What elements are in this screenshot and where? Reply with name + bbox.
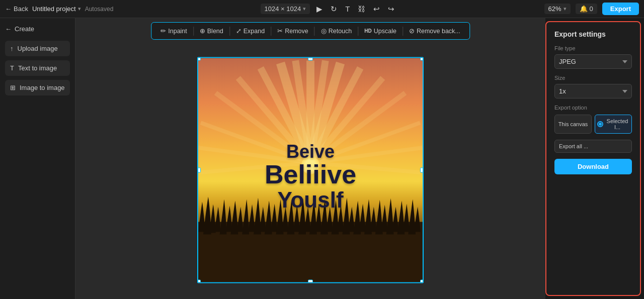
- eraser-icon: ⊘: [409, 27, 415, 35]
- main-area: ← Create ↑ Upload image T Text to image …: [0, 18, 644, 299]
- remove-background-button[interactable]: ⊘ Remove back...: [405, 25, 464, 37]
- inpaint-label: Inpaint: [168, 28, 187, 35]
- selected-layer-button[interactable]: Selected I...: [595, 115, 632, 134]
- upload-icon: ↑: [10, 45, 14, 52]
- topbar-center: 1024 × 1024 ▾ ▶ ↻ T ⛓ ↩ ↪: [261, 3, 397, 15]
- back-button[interactable]: ← Back: [5, 5, 28, 13]
- retouch-button[interactable]: ◎ Retouch: [317, 25, 356, 37]
- sidebar-item-upload[interactable]: ↑ Upload image: [5, 41, 70, 56]
- handle-bottom-left[interactable]: [197, 279, 201, 283]
- play-button[interactable]: ▶: [314, 3, 325, 15]
- blend-button[interactable]: ⊕ Blend: [196, 25, 227, 37]
- canvas-area: ✏ Inpaint ⊕ Blend ⤢ Expand ✂ Remove ◎ Re…: [75, 18, 545, 299]
- expand-button[interactable]: ⤢ Expand: [232, 25, 269, 37]
- this-canvas-button[interactable]: This canvas: [554, 115, 592, 134]
- size-select[interactable]: 1x 2x 4x: [554, 84, 632, 98]
- notification-count: 0: [590, 5, 593, 13]
- divider-4: [314, 27, 315, 36]
- canvas-text-line3: Youslf: [265, 188, 356, 212]
- canvas-image[interactable]: Beive Beliiive Youslf ↻: [197, 57, 424, 283]
- refresh-button[interactable]: ↻: [328, 3, 340, 15]
- upload-label: Upload image: [18, 45, 58, 52]
- sidebar: ← Create ↑ Upload image T Text to image …: [0, 18, 75, 299]
- bell-icon: 🔔: [580, 5, 588, 13]
- notification-button[interactable]: 🔔 0: [576, 4, 597, 14]
- project-title: Untitled project: [32, 5, 76, 13]
- back-arrow-icon: ←: [5, 5, 12, 13]
- divider-5: [358, 27, 358, 36]
- selected-radio-dot: [597, 121, 603, 127]
- hd-icon: HD: [364, 28, 371, 34]
- export-all-button[interactable]: Export all ...: [554, 140, 632, 153]
- export-button[interactable]: Export: [602, 3, 639, 15]
- canvas-text-line2: Beliiive: [265, 161, 356, 188]
- link-icon: ⛓: [358, 5, 365, 13]
- export-settings-title: Export settings: [554, 30, 632, 38]
- undo-icon: ↩: [373, 5, 380, 14]
- edit-toolbar-icons: ▶ ↻ T ⛓ ↩ ↪: [314, 3, 397, 15]
- download-button[interactable]: Download: [554, 159, 632, 174]
- refresh-icon: ↻: [331, 5, 337, 14]
- handle-top-mid[interactable]: [308, 57, 313, 60]
- sidebar-item-text-to-image[interactable]: T Text to image: [5, 60, 70, 76]
- remove-icon: ✂: [277, 27, 283, 35]
- redo-icon: ↪: [388, 5, 394, 14]
- handle-top-left[interactable]: [197, 57, 201, 60]
- divider-3: [271, 27, 271, 36]
- create-arrow-icon: ←: [5, 25, 12, 33]
- retouch-icon: ◎: [321, 27, 327, 35]
- handle-bottom-right[interactable]: [420, 279, 424, 283]
- divider-6: [403, 27, 403, 36]
- size-label: Size: [554, 75, 632, 81]
- text-tool-icon: T: [345, 5, 350, 13]
- expand-label: Expand: [244, 28, 265, 35]
- topbar-left: ← Back Untitled project ▾ Autosaved: [5, 5, 113, 13]
- sunset-background: Beive Beliiive Youslf: [198, 58, 423, 282]
- canvas-text-overlay: Beive Beliiive Youslf: [265, 142, 356, 212]
- file-type-label: File type: [554, 45, 632, 51]
- remove-label: Remove: [285, 28, 308, 35]
- topbar-right: 62% ▾ 🔔 0 Export: [544, 3, 639, 15]
- inpaint-button[interactable]: ✏ Inpaint: [156, 25, 191, 37]
- canvas-size-chevron-icon: ▾: [303, 6, 306, 12]
- export-option-label: Export option: [554, 105, 632, 111]
- project-name: Untitled project ▾: [32, 5, 81, 13]
- play-icon: ▶: [316, 5, 323, 14]
- divider-1: [193, 27, 194, 36]
- create-label: Create: [15, 25, 34, 33]
- upscale-label: Upscale: [374, 28, 396, 35]
- autosaved-label: Autosaved: [85, 6, 114, 13]
- export-panel: Export settings File type JPEG PNG WEBP …: [545, 21, 641, 296]
- text-to-image-icon: T: [10, 64, 14, 72]
- canvas-size-control[interactable]: 1024 × 1024 ▾: [261, 4, 310, 14]
- divider-2: [229, 27, 230, 36]
- handle-mid-right[interactable]: [420, 167, 424, 172]
- image-to-image-label: Image to image: [20, 84, 65, 91]
- zoom-value: 62%: [548, 5, 561, 13]
- zoom-chevron-icon: ▾: [564, 6, 567, 12]
- upscale-button[interactable]: HD Upscale: [360, 26, 400, 37]
- expand-icon: ⤢: [236, 27, 242, 35]
- remove-background-label: Remove back...: [417, 28, 460, 35]
- redo-button[interactable]: ↪: [385, 3, 397, 15]
- handle-top-right[interactable]: [420, 57, 424, 60]
- sidebar-item-image-to-image[interactable]: ⊞ Image to image: [5, 80, 70, 95]
- export-options-grid: This canvas Selected I...: [554, 115, 632, 134]
- undo-button[interactable]: ↩: [371, 3, 382, 15]
- selected-label: Selected I...: [605, 118, 629, 130]
- zoom-control[interactable]: 62% ▾: [544, 4, 571, 14]
- retouch-label: Retouch: [329, 28, 352, 35]
- canvas-text-line1: Beive: [265, 142, 356, 161]
- sidebar-create-header: ← Create: [5, 23, 70, 35]
- topbar: ← Back Untitled project ▾ Autosaved 1024…: [0, 0, 644, 18]
- text-tool-button[interactable]: T: [343, 3, 352, 15]
- handle-bottom-mid[interactable]: [308, 279, 313, 283]
- link-button[interactable]: ⛓: [355, 3, 368, 15]
- image-to-image-icon: ⊞: [10, 84, 16, 91]
- file-type-select[interactable]: JPEG PNG WEBP: [554, 54, 632, 69]
- handle-mid-left[interactable]: [197, 167, 201, 172]
- remove-button[interactable]: ✂ Remove: [273, 25, 312, 37]
- blend-icon: ⊕: [200, 27, 205, 35]
- canvas-toolbar: ✏ Inpaint ⊕ Blend ⤢ Expand ✂ Remove ◎ Re…: [151, 22, 470, 40]
- blend-label: Blend: [207, 28, 223, 35]
